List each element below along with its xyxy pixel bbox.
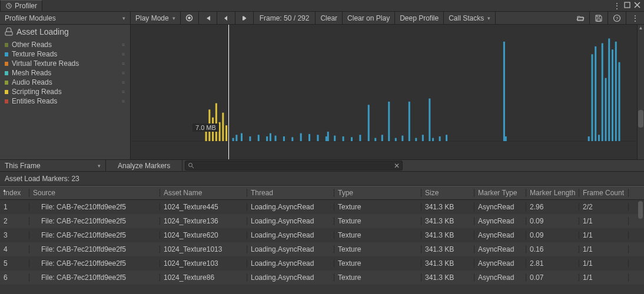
drag-handle-icon[interactable]: ≡ xyxy=(122,70,125,76)
menu-button[interactable]: ⋮ xyxy=(626,12,644,24)
search-icon xyxy=(188,162,194,169)
table-row[interactable]: 6File: CAB-7ec210ffd9ee2f51024_Texture86… xyxy=(0,270,644,285)
legend-label: Texture Reads xyxy=(12,50,57,58)
svg-rect-25 xyxy=(351,137,353,141)
module-sidebar: Asset Loading Other Reads≡Texture Reads≡… xyxy=(0,25,131,159)
module-header[interactable]: Asset Loading xyxy=(0,25,130,39)
modules-scrollbar[interactable]: ▲ xyxy=(637,25,644,159)
drag-handle-icon[interactable]: ≡ xyxy=(122,42,125,48)
record-button[interactable] xyxy=(181,12,199,24)
drag-handle-icon[interactable]: ≡ xyxy=(122,89,125,95)
cell-marker-type: AsyncRead xyxy=(474,273,526,282)
svg-rect-11 xyxy=(249,136,251,141)
svg-rect-12 xyxy=(258,135,260,141)
legend-item[interactable]: Virtual Texture Reads≡ xyxy=(0,59,130,68)
legend-item[interactable]: Texture Reads≡ xyxy=(0,49,130,59)
close-icon[interactable] xyxy=(634,2,640,10)
col-marker-type[interactable]: Marker Type xyxy=(474,189,526,197)
this-frame-dropdown[interactable]: This Frame xyxy=(0,160,106,171)
clear-on-play-button[interactable]: Clear on Play xyxy=(343,12,395,24)
svg-rect-43 xyxy=(591,54,593,141)
cell-source: File: CAB-7ec210ffd9ee2f5 xyxy=(29,245,160,253)
col-frame-count[interactable]: Frame Count xyxy=(579,189,629,197)
drag-handle-icon[interactable]: ≡ xyxy=(122,51,125,57)
frame-cursor[interactable] xyxy=(228,25,229,159)
col-index[interactable]: ▲Index xyxy=(0,189,29,197)
search-input[interactable]: ✕ xyxy=(185,161,403,171)
call-stacks-dropdown[interactable]: Call Stacks xyxy=(444,12,496,24)
table-row[interactable]: 4File: CAB-7ec210ffd9ee2f51024_Texture10… xyxy=(0,242,644,256)
cell-thread: Loading.AsyncRead xyxy=(247,231,334,239)
cell-type: Texture xyxy=(334,231,421,239)
drag-handle-icon[interactable]: ≡ xyxy=(122,79,125,85)
prev-frame-button[interactable] xyxy=(217,12,235,24)
profiler-modules-dropdown[interactable]: Profiler Modules xyxy=(0,12,131,24)
clear-label: Clear xyxy=(320,14,337,22)
legend-item[interactable]: Entities Reads≡ xyxy=(0,96,130,106)
svg-rect-29 xyxy=(381,135,383,141)
search-clear-icon[interactable]: ✕ xyxy=(394,162,400,170)
table-scrollbar[interactable] xyxy=(638,201,643,283)
context-menu-icon[interactable]: ⋮ xyxy=(613,2,620,10)
cell-frame-count: 1/1 xyxy=(579,231,629,239)
svg-rect-56 xyxy=(219,122,221,141)
scroll-up-icon[interactable]: ▲ xyxy=(638,25,644,31)
svg-rect-19 xyxy=(308,134,310,141)
module-title: Asset Loading xyxy=(16,27,69,36)
this-frame-label: This Frame xyxy=(5,162,41,170)
chart[interactable]: 7.0 MB xyxy=(131,25,637,159)
cell-source: File: CAB-7ec210ffd9ee2f5 xyxy=(29,273,160,282)
cell-thread: Loading.AsyncRead xyxy=(247,273,334,282)
deep-profile-button[interactable]: Deep Profile xyxy=(395,12,444,24)
scroll-thumb[interactable] xyxy=(638,110,643,128)
svg-text:?: ? xyxy=(616,16,619,21)
play-mode-dropdown[interactable]: Play Mode xyxy=(131,12,181,24)
next-frame-button[interactable] xyxy=(235,12,254,24)
drag-handle-icon[interactable]: ≡ xyxy=(122,61,125,66)
profiler-modules-label: Profiler Modules xyxy=(5,14,56,22)
svg-rect-58 xyxy=(225,125,227,141)
table-row[interactable]: 1File: CAB-7ec210ffd9ee2f51024_Texture44… xyxy=(0,200,644,214)
maximize-icon[interactable] xyxy=(624,2,630,10)
table-row[interactable]: 2File: CAB-7ec210ffd9ee2f51024_Texture13… xyxy=(0,214,644,228)
frame-label: Frame: 50 / 292 xyxy=(260,14,310,22)
cell-size: 341.3 KB xyxy=(421,273,474,282)
col-size[interactable]: Size xyxy=(421,189,474,197)
col-type[interactable]: Type xyxy=(334,189,421,197)
legend-label: Entities Reads xyxy=(12,97,57,105)
help-button[interactable]: ? xyxy=(608,12,626,24)
clear-button[interactable]: Clear xyxy=(316,12,343,24)
svg-rect-39 xyxy=(446,135,447,141)
record-icon xyxy=(185,14,194,22)
first-frame-button[interactable] xyxy=(199,12,217,24)
cell-marker-type: AsyncRead xyxy=(474,259,526,268)
svg-point-3 xyxy=(188,16,191,19)
profiler-tab[interactable]: Profiler xyxy=(0,0,42,11)
load-button[interactable] xyxy=(572,12,590,24)
col-asset-name[interactable]: Asset Name xyxy=(160,189,247,197)
svg-rect-28 xyxy=(374,138,376,141)
save-button[interactable] xyxy=(590,12,608,24)
play-mode-label: Play Mode xyxy=(135,14,169,22)
table-scroll-thumb[interactable] xyxy=(638,201,643,219)
legend-item[interactable]: Mesh Reads≡ xyxy=(0,68,130,78)
legend-label: Other Reads xyxy=(12,41,52,49)
cell-source: File: CAB-7ec210ffd9ee2f5 xyxy=(29,217,160,225)
cell-marker-type: AsyncRead xyxy=(474,203,526,211)
analyze-markers-button[interactable]: Analyze Markers xyxy=(106,160,182,171)
svg-rect-37 xyxy=(432,138,434,141)
table-row[interactable]: 5File: CAB-7ec210ffd9ee2f51024_Texture10… xyxy=(0,256,644,270)
legend-item[interactable]: Other Reads≡ xyxy=(0,40,130,49)
svg-rect-40 xyxy=(503,42,505,141)
drag-handle-icon[interactable]: ≡ xyxy=(122,98,125,104)
col-source[interactable]: Source xyxy=(29,189,160,197)
legend-item[interactable]: Scripting Reads≡ xyxy=(0,87,130,96)
cell-index: 2 xyxy=(0,217,29,225)
table-row[interactable]: 3File: CAB-7ec210ffd9ee2f51024_Texture62… xyxy=(0,228,644,242)
legend-item[interactable]: Audio Reads≡ xyxy=(0,78,130,87)
skip-first-icon xyxy=(204,14,212,22)
col-thread[interactable]: Thread xyxy=(247,189,334,197)
col-marker-length[interactable]: Marker Length xyxy=(526,189,579,197)
svg-rect-27 xyxy=(368,105,370,141)
detail-toolbar: This Frame Analyze Markers ✕ xyxy=(0,160,644,172)
